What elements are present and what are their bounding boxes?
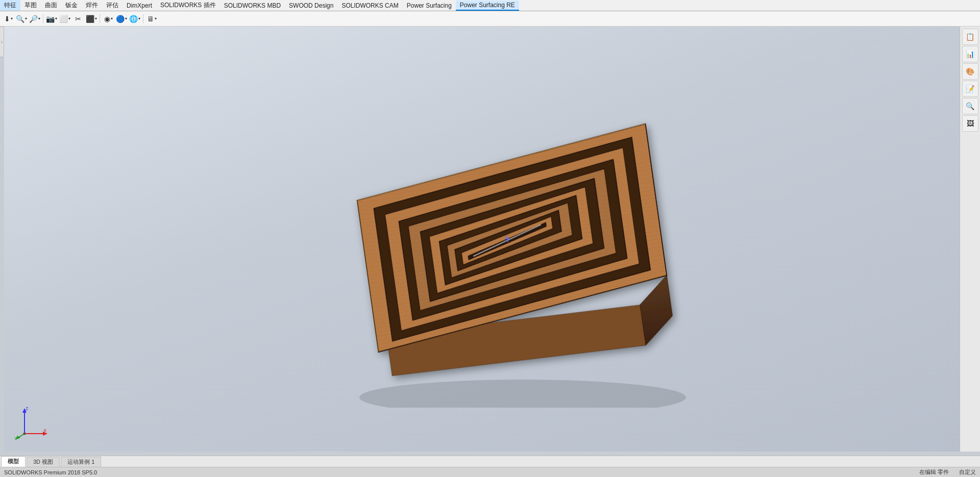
3d-model bbox=[278, 81, 686, 397]
chevron-down-icon3: ▾ bbox=[38, 16, 40, 21]
panel-icon-2: 📊 bbox=[966, 50, 974, 58]
appearance-btn[interactable]: 🌐 ▾ bbox=[129, 13, 141, 25]
view-orient-icon: ⬇ bbox=[4, 15, 10, 23]
bottom-tabs: 模型 3D 视图 运动算例 1 bbox=[0, 456, 980, 467]
panel-icon-1: 📋 bbox=[966, 33, 974, 41]
screen-icon: 🖥 bbox=[147, 15, 154, 23]
status-bar: SOLIDWORKS Premium 2018 SP5.0 在编辑 零件 自定义 bbox=[0, 467, 980, 477]
chevron-down-icon7: ▾ bbox=[111, 16, 113, 21]
panel-icon-6: 🖼 bbox=[967, 119, 974, 128]
zoom-icon: 🔍 bbox=[16, 15, 24, 23]
panel-icon-3: 🎨 bbox=[966, 67, 974, 76]
view-orient-btn[interactable]: ⬇ ▾ bbox=[2, 13, 14, 25]
menu-item-qumian[interactable]: 曲面 bbox=[41, 0, 61, 11]
scene-icon: 🔵 bbox=[116, 15, 125, 23]
toolbar: ⬇ ▾ 🔍 ▾ 🔎 ▾ 📷 ▾ ⬜ ▾ ✂ ⬛ ▾ ◉ ▾ 🔵 ▾ 🌐 ▾ 🖥 … bbox=[0, 11, 980, 27]
right-panel-btn-2[interactable]: 📊 bbox=[962, 46, 978, 62]
svg-point-28 bbox=[359, 380, 686, 408]
toolbar-separator-3 bbox=[143, 14, 143, 23]
coordinate-axes: Z X Y bbox=[14, 406, 50, 441]
toolbar-separator-2 bbox=[100, 14, 100, 23]
right-panel-btn-5[interactable]: 🔍 bbox=[962, 98, 978, 114]
menu-item-power-surfacing-re[interactable]: Power Surfacing RE bbox=[456, 1, 519, 11]
view-type-btn[interactable]: ⬜ ▾ bbox=[59, 13, 71, 25]
chevron-down-icon2: ▾ bbox=[25, 16, 27, 21]
section-icon: 📷 bbox=[46, 15, 55, 23]
menu-item-power-surfacing[interactable]: Power Surfacing bbox=[403, 1, 456, 10]
section-btn[interactable]: 📷 ▾ bbox=[45, 13, 58, 25]
menu-item-swood[interactable]: SWOOD Design bbox=[285, 1, 337, 10]
display-icon: ⬛ bbox=[86, 15, 94, 23]
chevron-down-icon8: ▾ bbox=[125, 16, 127, 21]
status-version: SOLIDWORKS Premium 2018 SP5.0 bbox=[4, 469, 97, 475]
right-panel-btn-6[interactable]: 🖼 bbox=[962, 115, 978, 132]
panel-icon-4: 📝 bbox=[966, 85, 974, 93]
chevron-down-icon6: ▾ bbox=[95, 16, 97, 21]
left-panel-handle[interactable]: › bbox=[0, 27, 4, 57]
menu-item-caotu[interactable]: 草图 bbox=[20, 0, 41, 11]
view-type-icon: ⬜ bbox=[59, 15, 68, 23]
chevron-down-icon5: ▾ bbox=[68, 16, 70, 21]
chevron-down-icon9: ▾ bbox=[138, 16, 140, 21]
svg-text:Z: Z bbox=[26, 406, 29, 411]
viewport[interactable]: Z X Y bbox=[4, 27, 960, 451]
right-panel: 📋 📊 🎨 📝 🔍 🖼 bbox=[960, 27, 980, 451]
lighting-icon: ◉ bbox=[104, 15, 110, 23]
svg-text:X: X bbox=[43, 428, 46, 433]
svg-text:Y: Y bbox=[14, 436, 17, 441]
zoom2-btn[interactable]: 🔎 ▾ bbox=[29, 13, 41, 25]
toolbar-separator-1 bbox=[43, 14, 43, 23]
zoom-btn[interactable]: 🔍 ▾ bbox=[15, 13, 28, 25]
menu-item-dimxpert[interactable]: DimXpert bbox=[122, 1, 156, 10]
cut-icon: ✂ bbox=[75, 15, 81, 23]
display-btn[interactable]: ⬛ ▾ bbox=[85, 13, 97, 25]
cut-btn[interactable]: ✂ bbox=[72, 13, 84, 25]
status-custom[interactable]: 自定义 bbox=[959, 468, 976, 476]
right-panel-btn-3[interactable]: 🎨 bbox=[962, 63, 978, 80]
tab-model[interactable]: 模型 bbox=[1, 456, 26, 467]
status-right: 在编辑 零件 自定义 bbox=[919, 468, 976, 476]
appearance-icon: 🌐 bbox=[129, 15, 138, 23]
status-edit: 在编辑 零件 bbox=[919, 468, 949, 476]
menu-item-sw-mbd[interactable]: SOLIDWORKS MBD bbox=[220, 1, 285, 10]
menu-item-tezheng[interactable]: 特征 bbox=[0, 0, 20, 11]
tab-3d-view[interactable]: 3D 视图 bbox=[27, 457, 60, 467]
menu-item-pinggu[interactable]: 评估 bbox=[102, 0, 122, 11]
right-panel-btn-1[interactable]: 📋 bbox=[962, 29, 978, 45]
tab-motion-study[interactable]: 运动算例 1 bbox=[61, 457, 101, 467]
chevron-down-icon: ▾ bbox=[11, 16, 13, 21]
menu-item-sw-plugin[interactable]: SOLIDWORKS 插件 bbox=[156, 0, 220, 11]
menu-item-sw-cam[interactable]: SOLIDWORKS CAM bbox=[337, 1, 402, 10]
menu-bar: 特征 草图 曲面 钣金 焊件 评估 DimXpert SOLIDWORKS 插件… bbox=[0, 0, 980, 11]
zoom2-icon: 🔎 bbox=[29, 15, 38, 23]
chevron-down-icon4: ▾ bbox=[55, 16, 57, 21]
screen-btn[interactable]: 🖥 ▾ bbox=[145, 13, 158, 25]
menu-item-hanjian[interactable]: 焊件 bbox=[82, 0, 102, 11]
lighting-btn[interactable]: ◉ ▾ bbox=[102, 13, 114, 25]
panel-icon-5: 🔍 bbox=[966, 102, 974, 110]
menu-item-banjin[interactable]: 钣金 bbox=[61, 0, 82, 11]
svg-point-38 bbox=[23, 433, 26, 435]
scene-btn[interactable]: 🔵 ▾ bbox=[115, 13, 128, 25]
right-panel-btn-4[interactable]: 📝 bbox=[962, 81, 978, 97]
chevron-down-icon10: ▾ bbox=[155, 16, 157, 21]
